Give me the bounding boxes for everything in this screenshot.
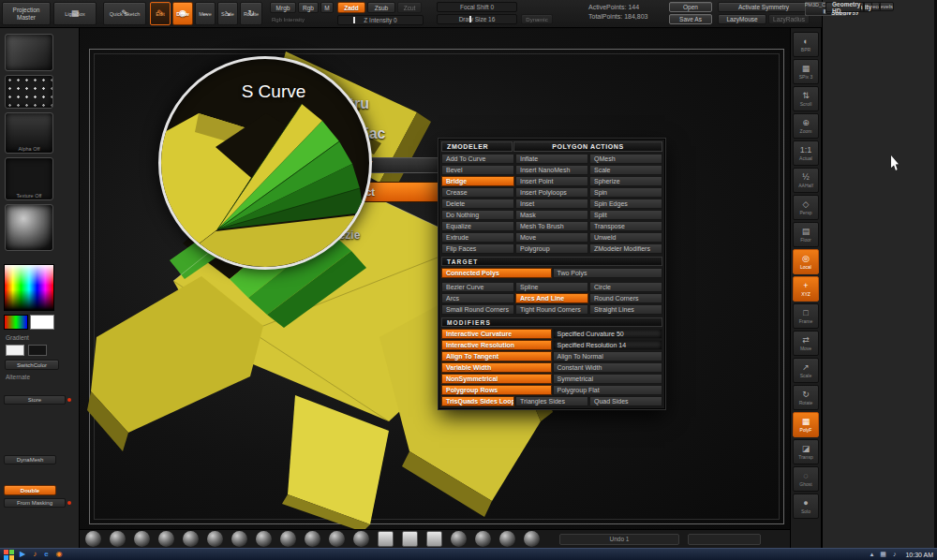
material-thumbnail[interactable] <box>280 531 296 547</box>
material-thumbnail[interactable] <box>134 531 150 547</box>
shelf-button[interactable]: ◪ Transp <box>793 439 819 464</box>
polygon-action-button[interactable]: Mesh To Brush <box>515 221 588 231</box>
lightbox-button[interactable]: ▦ LightBox <box>53 2 97 25</box>
m-button[interactable]: M <box>320 2 334 13</box>
curve-option-button[interactable]: Arcs <box>441 293 514 303</box>
modifier-button[interactable]: Polygroup Rows <box>441 385 552 395</box>
modifier-button[interactable]: Interactive Curvature <box>441 329 552 339</box>
polygon-action-button[interactable]: Add To Curve <box>441 154 514 164</box>
edit-mode-button[interactable]: ✎ Edit <box>150 2 171 25</box>
projection-master-button[interactable]: Projection Master <box>2 2 51 25</box>
curve-option-button[interactable]: Straight Lines <box>589 304 662 315</box>
target-option-button[interactable]: Connected Polys <box>441 268 552 278</box>
shelf-button[interactable]: ↗ Scale <box>793 358 819 383</box>
alternate-label[interactable]: Alternate <box>6 374 30 380</box>
draw-mode-button[interactable]: ◉ Draw <box>172 2 193 25</box>
polygon-action-button[interactable]: Equalize <box>441 221 514 231</box>
polygon-action-button[interactable]: Do Nothing <box>441 210 514 220</box>
material-thumbnail[interactable] <box>207 531 223 547</box>
move-mode-button[interactable]: ↔ Move <box>195 2 216 25</box>
target-option-button[interactable]: Two Polys <box>553 268 663 278</box>
polygon-action-button[interactable]: Transpose <box>589 221 662 231</box>
modifier-sides-button[interactable]: Triangles Sides <box>515 396 588 406</box>
material-thumbnail[interactable] <box>426 531 442 547</box>
material-thumbnail[interactable] <box>256 531 272 547</box>
zcut-button[interactable]: Zcut <box>397 2 422 13</box>
taskbar-app-icon[interactable]: ◉ <box>56 551 63 558</box>
polygon-action-button[interactable]: Split <box>589 210 662 220</box>
shelf-button[interactable]: ◎ Local <box>793 249 819 274</box>
polygon-action-button[interactable]: Insert NanoMesh <box>515 165 588 175</box>
shelf-button[interactable]: ↻ Rotate <box>793 385 819 410</box>
modifier-button[interactable]: Specified Resolution 14 <box>553 340 663 350</box>
open-button[interactable]: Open <box>669 2 712 12</box>
shelf-button[interactable]: ⇄ Move <box>793 331 819 356</box>
rgb-button[interactable]: Rgb <box>298 2 319 13</box>
clock[interactable]: 10:30 AM <box>905 552 933 558</box>
shelf-button[interactable]: ▦ SPix 3 <box>793 59 819 84</box>
material-thumbnail[interactable] <box>402 531 418 547</box>
polygon-action-button[interactable]: Insert Polyloops <box>515 187 588 198</box>
palette-section[interactable]: Geometry HD <box>825 2 861 12</box>
polygon-action-button[interactable]: Polygroup <box>515 243 588 254</box>
taskbar-app-icon[interactable]: e <box>44 551 48 558</box>
material-thumbnail[interactable] <box>329 531 345 547</box>
zsub-button[interactable]: Zsub <box>367 2 395 13</box>
material-thumbnail[interactable] <box>85 531 101 547</box>
material-thumbnail[interactable] <box>378 531 394 547</box>
rotate-mode-button[interactable]: ↻ Rotate <box>240 2 262 25</box>
modifier-button[interactable]: Polygroup Flat <box>553 385 663 395</box>
polygon-action-button[interactable]: Mask <box>515 210 588 220</box>
shelf-button[interactable]: + XYZ <box>793 276 819 302</box>
polygon-action-button[interactable]: Flip Faces <box>441 243 514 254</box>
material-thumbnail[interactable] <box>524 531 540 547</box>
polygon-action-button[interactable]: Spherize <box>589 176 662 186</box>
shelf-button[interactable]: ▤ Floor <box>793 222 819 247</box>
modifier-button[interactable]: Specified Curvature 50 <box>553 329 663 339</box>
stroke-thumbnail[interactable] <box>5 75 53 109</box>
tray-icon[interactable]: ♪ <box>893 551 897 558</box>
polygon-action-button[interactable]: Spin Edges <box>589 199 662 209</box>
shelf-button[interactable]: ◇ Persp <box>793 195 819 220</box>
polygon-action-button[interactable]: Crease <box>441 187 514 198</box>
zadd-button[interactable]: Zadd <box>337 2 365 13</box>
curve-option-button[interactable]: Arcs And Line <box>515 293 588 303</box>
material-thumbnail[interactable] <box>158 531 174 547</box>
shelf-button[interactable]: ⇅ Scroll <box>793 86 819 111</box>
focal-shift-slider[interactable]: Focal Shift 0 <box>437 2 517 12</box>
save-as-button[interactable]: Save As <box>669 14 712 24</box>
switch-color-button[interactable]: SwitchColor <box>5 360 59 370</box>
tray-icon[interactable]: ▴ <box>870 551 874 558</box>
quick-sketch-button[interactable]: ✎ Quick Sketch <box>103 2 146 25</box>
material-thumbnail[interactable] <box>231 531 247 547</box>
shelf-button[interactable]: ⊕ Zoom <box>793 113 819 139</box>
polygon-action-button[interactable]: Insert Point <box>515 176 588 186</box>
shelf-button[interactable]: ▦ PolyF <box>793 412 819 437</box>
current-color-swatch[interactable] <box>30 315 54 330</box>
z-intensity-slider[interactable]: Z Intensity 0 <box>337 15 424 25</box>
document-canvas[interactable]: Extru Flip Fac TARGET Connect Bezie S Cu… <box>80 28 790 529</box>
polygon-action-button[interactable]: QMesh <box>589 154 662 164</box>
undo-history-slider[interactable]: Undo 1 <box>559 534 679 545</box>
polygon-action-button[interactable]: Bridge <box>441 176 514 186</box>
custom-tray-button[interactable]: Store <box>4 395 66 405</box>
modifier-sides-button[interactable]: Quad Sides <box>589 396 662 406</box>
texture-thumbnail[interactable]: Texture Off <box>5 157 53 200</box>
shelf-button[interactable]: □ Frame <box>793 303 819 329</box>
mrgb-button[interactable]: Mrgb <box>270 2 296 13</box>
shelf-button[interactable]: ● Solo <box>793 494 819 519</box>
color-picker[interactable] <box>4 264 54 311</box>
draw-size-slider[interactable]: Draw Size 16 <box>437 14 517 24</box>
start-button[interactable] <box>4 550 14 560</box>
modifier-button[interactable]: Interactive Resolution <box>441 340 552 350</box>
shelf-button[interactable]: ◌ Ghost <box>793 466 819 492</box>
polygon-action-button[interactable]: Inflate <box>515 154 588 164</box>
material-thumbnail[interactable] <box>451 531 467 547</box>
group-tray-button[interactable]: From Masking <box>4 498 66 508</box>
modifier-button[interactable]: Constant Width <box>553 362 663 373</box>
rgb-intensity-label[interactable]: Rgb Intensity <box>272 17 305 22</box>
polygon-action-button[interactable]: Inset <box>515 199 588 209</box>
taskbar-app-icon[interactable]: ♪ <box>33 551 37 558</box>
shelf-button[interactable]: 1:1 Actual <box>793 140 819 166</box>
curve-option-button[interactable]: Bezier Curve <box>441 282 514 292</box>
